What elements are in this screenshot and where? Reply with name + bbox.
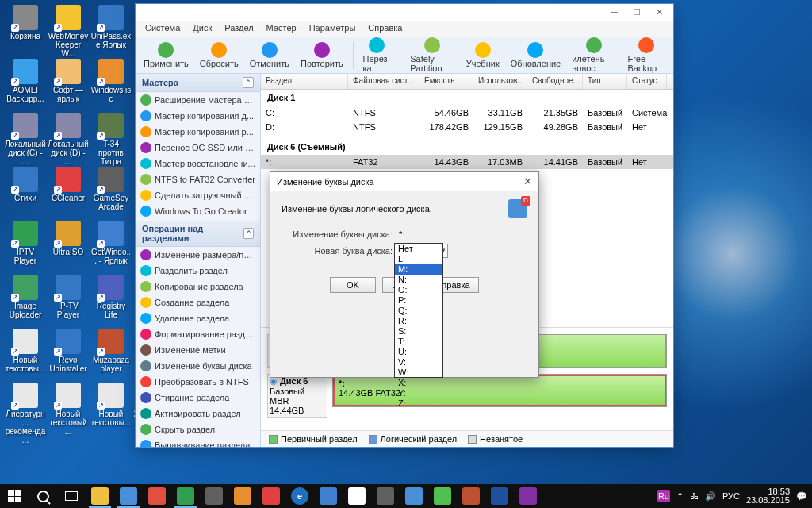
minimize-button[interactable]: ─ <box>603 6 626 20</box>
table-row[interactable]: *:FAT3214.43GB17.03MB14.41GBБазовыйНет <box>261 155 673 169</box>
sidebar-item[interactable]: Активировать раздел <box>136 406 260 421</box>
taskbar-app[interactable] <box>371 484 400 508</box>
taskbar-app[interactable] <box>200 484 228 508</box>
sidebar-item[interactable]: Изменение метки <box>136 342 260 358</box>
dropdown-option[interactable]: W: <box>395 368 442 378</box>
column-header[interactable]: Раздел <box>261 74 348 89</box>
desktop-icon[interactable]: Локальный диск (D) - ... <box>48 113 89 166</box>
network-icon[interactable]: 🖧 <box>690 491 699 501</box>
dropdown-option[interactable]: U: <box>395 347 442 357</box>
ok-button[interactable]: OK <box>330 277 376 293</box>
dropdown-option[interactable]: O: <box>395 285 442 295</box>
desktop-icon[interactable]: Windows.isc <box>90 59 132 103</box>
desktop-icon[interactable]: UltraISO <box>48 221 89 256</box>
desktop-icon[interactable]: Muzabaza player <box>90 329 132 373</box>
system-tray[interactable]: Ru ⌃ 🖧 🔊 РУС 18:5323.08.2015 💬 <box>653 487 812 505</box>
sidebar-item[interactable]: Сделать загрузочный ... <box>136 187 260 203</box>
edge-icon[interactable]: e <box>285 484 314 508</box>
taskbar-app[interactable] <box>114 484 143 508</box>
sidebar-item[interactable]: Мастер восстановлени... <box>136 156 260 171</box>
dropdown-option[interactable]: Z: <box>395 398 442 409</box>
desktop-icon[interactable]: T-34 против Тигра <box>90 113 132 166</box>
search-icon[interactable] <box>29 484 57 508</box>
sidebar-item[interactable]: Разделить раздел <box>136 263 260 279</box>
desktop-icon[interactable]: AOMEI Backupp... <box>5 59 46 103</box>
desktop-icon[interactable]: Image Uploader <box>5 275 46 319</box>
toolbar-button[interactable]: Повторить <box>296 40 348 70</box>
toolbar-button[interactable]: Сбросить <box>195 40 243 70</box>
sidebar-item[interactable]: Копирование раздела <box>136 279 260 294</box>
dropdown-option[interactable]: L: <box>395 254 442 264</box>
dropdown-option[interactable]: N: <box>395 275 442 285</box>
column-header[interactable]: Емкость <box>419 74 473 89</box>
collapse-icon[interactable]: ⌃ <box>243 77 254 88</box>
sidebar-item[interactable]: Скрыть раздел <box>136 421 260 437</box>
sidebar-item[interactable]: Windows To Go Creator <box>136 203 260 219</box>
desktop-icon[interactable]: Revo Uninstaller <box>48 329 89 373</box>
toolbar-button[interactable]: илетень новос <box>567 36 621 75</box>
store-icon[interactable] <box>343 484 371 508</box>
dropdown-option[interactable]: R: <box>395 316 442 326</box>
sidebar-item[interactable]: Мастер копирования д... <box>136 108 260 124</box>
clock[interactable]: 18:5323.08.2015 <box>746 487 790 505</box>
taskview-icon[interactable] <box>57 484 86 508</box>
lang-indicator[interactable]: Ru <box>657 490 670 502</box>
dropdown-option[interactable]: M: <box>395 264 442 275</box>
desktop-icon[interactable]: Корзина <box>5 5 46 40</box>
dropdown-option[interactable]: Нет <box>395 244 442 254</box>
dropdown-option[interactable]: P: <box>395 295 442 306</box>
taskbar-app[interactable] <box>400 484 428 508</box>
sidebar-item[interactable]: Выравнивание раздела <box>136 437 260 447</box>
close-icon[interactable]: ✕ <box>523 175 532 187</box>
dropdown-option[interactable]: X: <box>395 378 442 388</box>
desktop-icon[interactable]: UniPass.exe Ярлык <box>90 5 132 49</box>
sidebar-item[interactable]: Преобразовать в NTFS <box>136 374 260 390</box>
desktop-icon[interactable]: Новый текстовы... <box>5 329 46 373</box>
dropdown-option[interactable]: S: <box>395 326 442 337</box>
sidebar-item[interactable]: Изменение размера/пе... <box>136 247 260 263</box>
taskbar-app[interactable] <box>143 484 171 508</box>
toolbar-button[interactable]: Обновление <box>506 40 566 70</box>
table-row[interactable]: C:NTFS54.46GB33.11GB21.35GBБазовыйСистем… <box>261 106 673 120</box>
tray-chevron-icon[interactable]: ⌃ <box>676 491 684 502</box>
desktop-icon[interactable]: GetWindo... - Ярлык <box>90 221 132 265</box>
ops-header[interactable]: Операции над разделами⌃ <box>136 221 260 247</box>
lang-label[interactable]: РУС <box>722 491 740 501</box>
menu-item[interactable]: Диск <box>186 21 218 37</box>
desktop-icon[interactable]: Registry Life <box>90 275 132 319</box>
sidebar-item[interactable]: NTFS to FAT32 Converter <box>136 171 260 187</box>
desktop-icon[interactable]: Локальный диск (C) - ... <box>5 113 46 166</box>
start-button[interactable] <box>0 484 29 508</box>
sidebar-item[interactable]: Изменение буквы диска <box>136 358 260 374</box>
sidebar-item[interactable]: Мастер копирования р... <box>136 124 260 140</box>
column-header[interactable]: Тип <box>583 74 627 89</box>
desktop-icon[interactable]: Новый текстовый ... <box>48 383 89 436</box>
taskbar-app[interactable] <box>457 484 485 508</box>
sidebar-item[interactable]: Перенос ОС SSD или HDD <box>136 140 260 156</box>
dropdown-option[interactable]: Q: <box>395 306 442 316</box>
menu-item[interactable]: Параметры <box>303 21 362 37</box>
menu-item[interactable]: Справка <box>362 21 408 37</box>
dropdown-option[interactable]: T: <box>395 337 442 347</box>
volume-icon[interactable]: 🔊 <box>705 491 716 502</box>
taskbar-app[interactable] <box>485 484 514 508</box>
toolbar-button[interactable]: Применить <box>139 40 193 70</box>
menu-item[interactable]: Мастер <box>260 21 303 37</box>
desktop-icon[interactable]: IPTV Player <box>5 221 46 265</box>
column-header[interactable]: Свободное... <box>527 74 583 89</box>
column-header[interactable]: Файловая сист... <box>348 74 419 89</box>
desktop-icon[interactable]: CCleaner <box>48 167 89 202</box>
taskbar-app[interactable] <box>514 484 542 508</box>
close-button[interactable]: ✕ <box>648 6 670 20</box>
menu-item[interactable]: Раздел <box>218 21 259 37</box>
column-header[interactable]: Использов... <box>473 74 527 89</box>
dropdown-option[interactable]: V: <box>395 357 442 368</box>
sidebar-item[interactable]: Стирание раздела <box>136 390 260 406</box>
sidebar-item[interactable]: Форматирование раздела <box>136 326 260 342</box>
toolbar-button[interactable]: Safely Partition <box>405 36 459 75</box>
column-header[interactable]: Статус <box>627 74 667 89</box>
desktop-icon[interactable]: WebMoney Keeper W... <box>48 5 89 58</box>
maximize-button[interactable]: ☐ <box>626 6 648 20</box>
table-row[interactable]: D:NTFS178.42GB129.15GB49.28GBБазовыйНет <box>261 120 673 134</box>
collapse-icon[interactable]: ⌃ <box>243 228 254 239</box>
